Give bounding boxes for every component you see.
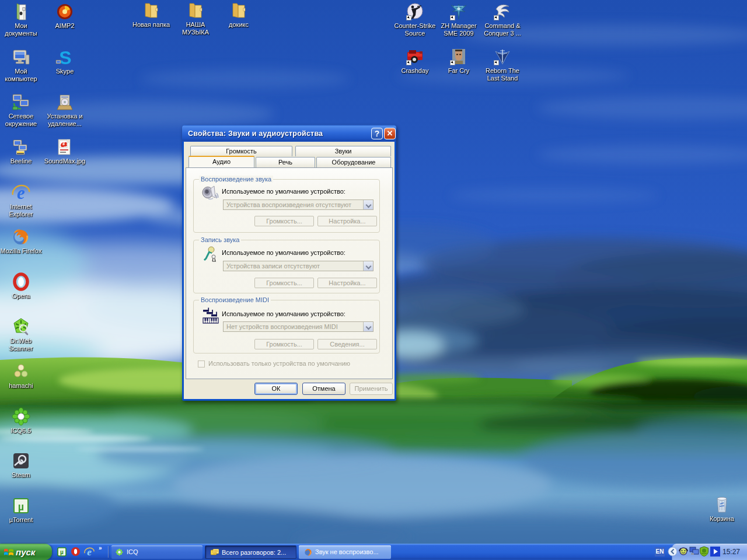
svg-text:µ: µ xyxy=(18,501,24,513)
svg-text:µ: µ xyxy=(60,549,64,555)
svg-text:S: S xyxy=(59,48,71,66)
